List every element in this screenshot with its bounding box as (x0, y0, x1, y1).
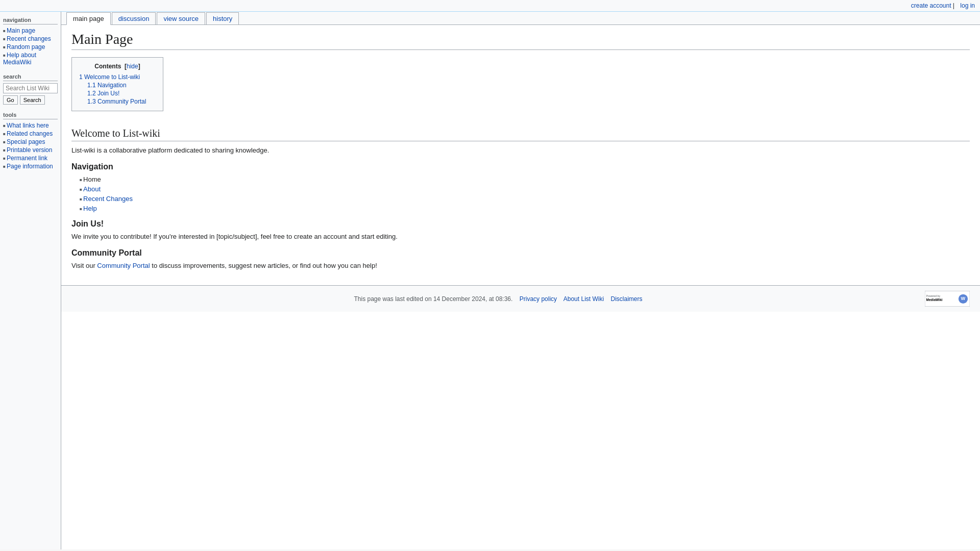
sidebar-tools: tools What links hereRelated changesSpec… (3, 112, 58, 170)
welcome-text: List-wiki is a collaborative platform de… (71, 145, 970, 156)
footer-left: This page was last edited on 14 December… (71, 295, 925, 303)
navigation-heading: Navigation (71, 162, 970, 171)
search-button[interactable]: Search (20, 95, 45, 105)
toc-item: 1 Welcome to List-wiki (79, 73, 156, 81)
disclaimers-link[interactable]: Disclaimers (610, 295, 642, 303)
svg-text:W: W (961, 296, 965, 302)
sidebar: navigation Main pageRecent changesRandom… (0, 12, 61, 549)
community-heading: Community Portal (71, 248, 970, 258)
toc-item: 1.2 Join Us! (79, 89, 156, 97)
sidebar-nav-link[interactable]: Random page (7, 43, 45, 51)
svg-text:Powered by: Powered by (926, 294, 941, 297)
join-text: We invite you to contribute! If you're i… (71, 232, 970, 242)
top-bar: create account | log in (0, 0, 980, 12)
sidebar-nav-link[interactable]: Help about MediaWiki (3, 52, 36, 66)
main-content: main pagediscussionview sourcehistory Ma… (61, 12, 980, 549)
content-nav-item: Home (80, 174, 970, 184)
sidebar-tools-link[interactable]: Permanent link (7, 155, 47, 162)
search-section: search Go Search (3, 73, 58, 105)
toc-title: Contents [hide] (79, 63, 156, 70)
sidebar-nav-item: Random page (3, 43, 58, 51)
toc-item: 1.1 Navigation (79, 81, 156, 89)
sidebar-tools-item: Printable version (3, 146, 58, 154)
navigation-title: navigation (3, 17, 58, 24)
powered-by: Powered by MediaWiki W (925, 291, 970, 307)
sidebar-navigation: navigation Main pageRecent changesRandom… (3, 17, 58, 66)
privacy-policy-link[interactable]: Privacy policy (520, 295, 557, 303)
log-in-link[interactable]: log in (960, 2, 975, 9)
content-body: Main Page Contents [hide] 1 Welcome to L… (61, 25, 980, 285)
sidebar-tools-item: Permanent link (3, 154, 58, 162)
sidebar-tools-link[interactable]: Related changes (7, 130, 53, 137)
sidebar-tools-link[interactable]: Printable version (7, 146, 52, 154)
search-input[interactable] (3, 83, 58, 93)
sidebar-nav-link[interactable]: Main page (7, 27, 35, 34)
svg-text:MediaWiki: MediaWiki (926, 298, 943, 302)
community-portal-link[interactable]: Community Portal (97, 262, 150, 269)
tab-discussion[interactable]: discussion (112, 12, 156, 24)
content-nav-item: Help (80, 204, 970, 213)
sidebar-nav-link[interactable]: Recent changes (7, 35, 51, 42)
go-button[interactable]: Go (3, 95, 18, 105)
sidebar-nav-item: Main page (3, 27, 58, 35)
community-text-before: Visit our (71, 262, 97, 269)
content-nav-item: About (80, 184, 970, 194)
toc: Contents [hide] 1 Welcome to List-wiki1.… (71, 57, 163, 111)
sidebar-tools-item: What links here (3, 121, 58, 130)
tab-history[interactable]: history (206, 12, 239, 24)
content-nav-list: HomeAboutRecent ChangesHelp (80, 174, 970, 213)
welcome-heading: Welcome to List-wiki (71, 128, 970, 141)
toc-list: 1 Welcome to List-wiki1.1 Navigation1.2 … (79, 73, 156, 106)
search-title: search (3, 73, 58, 81)
nav-list: Main pageRecent changesRandom pageHelp a… (3, 27, 58, 66)
sidebar-tools-link[interactable]: Page information (7, 163, 53, 170)
tab-view-source[interactable]: view source (157, 12, 205, 24)
toc-item: 1.3 Community Portal (79, 97, 156, 106)
footer: This page was last edited on 14 December… (61, 285, 980, 312)
community-text: Visit our Community Portal to discuss im… (71, 261, 970, 271)
tools-list: What links hereRelated changesSpecial pa… (3, 121, 58, 170)
tab-main-page[interactable]: main page (66, 12, 111, 25)
tabs-bar: main pagediscussionview sourcehistory (61, 12, 980, 25)
about-wiki-link[interactable]: About List Wiki (564, 295, 604, 303)
tabs-container: main pagediscussionview sourcehistory (66, 12, 240, 24)
toc-hide-link[interactable]: hide (127, 63, 138, 70)
join-heading: Join Us! (71, 219, 970, 229)
last-edited-text: This page was last edited on 14 December… (354, 295, 513, 303)
mediawiki-logo: Powered by MediaWiki W (925, 291, 970, 307)
sidebar-tools-item: Related changes (3, 130, 58, 138)
sidebar-tools-item: Special pages (3, 138, 58, 146)
sidebar-tools-link[interactable]: What links here (7, 122, 49, 129)
sidebar-tools-link[interactable]: Special pages (7, 138, 45, 145)
sidebar-nav-item: Help about MediaWiki (3, 51, 58, 66)
sidebar-nav-item: Recent changes (3, 35, 58, 43)
tools-title: tools (3, 112, 58, 119)
create-account-link[interactable]: create account (911, 2, 951, 9)
sidebar-tools-item: Page information (3, 162, 58, 170)
page-title: Main Page (71, 31, 970, 50)
content-nav-item: Recent Changes (80, 194, 970, 204)
community-text-after: to discuss improvements, suggest new art… (150, 262, 377, 269)
